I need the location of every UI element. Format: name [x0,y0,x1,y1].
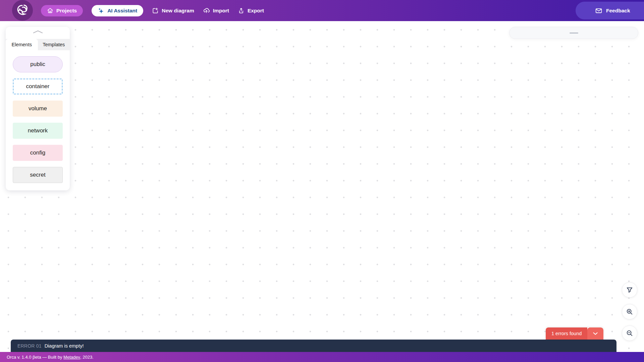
drag-handle-icon [570,33,578,34]
sparkles-icon [98,7,104,14]
zoom-in-icon [626,308,633,315]
import-label: Import [213,8,229,14]
export-button[interactable]: Export [238,7,264,14]
element-container[interactable]: container [13,78,63,95]
status-footer: Orca v. 1.4.0 βeta — Built by Metadev, 2… [0,352,644,362]
elements-panel: Elements Templates public container volu… [6,27,70,190]
chevron-down-icon [592,330,599,337]
filter-button[interactable] [622,282,637,298]
metadev-link[interactable]: Metadev [63,355,80,360]
home-icon [47,7,53,14]
element-config[interactable]: config [13,145,63,161]
collapsed-properties-panel[interactable] [509,27,638,39]
export-icon [238,7,245,14]
footer-text-prefix: Orca v. 1.4.0 βeta — Built by [7,355,63,360]
main-nav: Projects AI Assistant New diagram Import [41,0,264,21]
panel-tabs: Elements Templates [6,39,70,50]
ai-assistant-label: AI Assistant [107,8,137,14]
ai-assistant-button[interactable]: AI Assistant [92,5,143,16]
import-cloud-icon [203,7,210,14]
error-code: ERROR 01 [17,343,42,349]
projects-label: Projects [56,8,77,14]
orca-logo-icon [15,3,30,18]
tab-templates-label: Templates [43,42,65,47]
chevron-up-icon [32,30,44,34]
filter-icon [626,286,633,294]
tab-templates[interactable]: Templates [38,39,70,50]
footer-text-suffix: , 2023. [80,355,94,360]
element-network[interactable]: network [13,123,63,139]
new-diagram-icon [152,7,159,14]
new-diagram-label: New diagram [162,8,194,14]
diagram-canvas[interactable] [0,21,644,352]
errors-collapse-button[interactable] [587,327,603,340]
errors-found-badge[interactable]: 1 errors found [546,327,603,340]
errors-found-label: 1 errors found [546,327,587,340]
orca-logo[interactable] [12,0,33,21]
element-list: public container volume network config s… [6,50,70,183]
new-diagram-button[interactable]: New diagram [152,7,194,14]
element-public[interactable]: public [13,56,63,72]
import-button[interactable]: Import [203,7,229,14]
feedback-button[interactable]: Feedback [576,2,644,19]
top-navbar: Projects AI Assistant New diagram Import [0,0,644,21]
envelope-icon [595,7,602,14]
element-volume[interactable]: volume [13,101,63,117]
tab-elements-label: Elements [12,42,32,47]
panel-collapse-button[interactable] [6,27,70,37]
projects-button[interactable]: Projects [41,5,83,16]
export-label: Export [248,8,264,14]
zoom-out-icon [626,329,633,337]
tab-elements[interactable]: Elements [6,39,38,50]
zoom-out-button[interactable] [622,325,637,341]
error-console-row[interactable]: ERROR 01 Diagram is empty! [11,340,616,352]
feedback-label: Feedback [606,8,630,14]
error-message: Diagram is empty! [45,343,84,349]
element-secret[interactable]: secret [13,167,63,183]
zoom-in-button[interactable] [622,304,637,319]
